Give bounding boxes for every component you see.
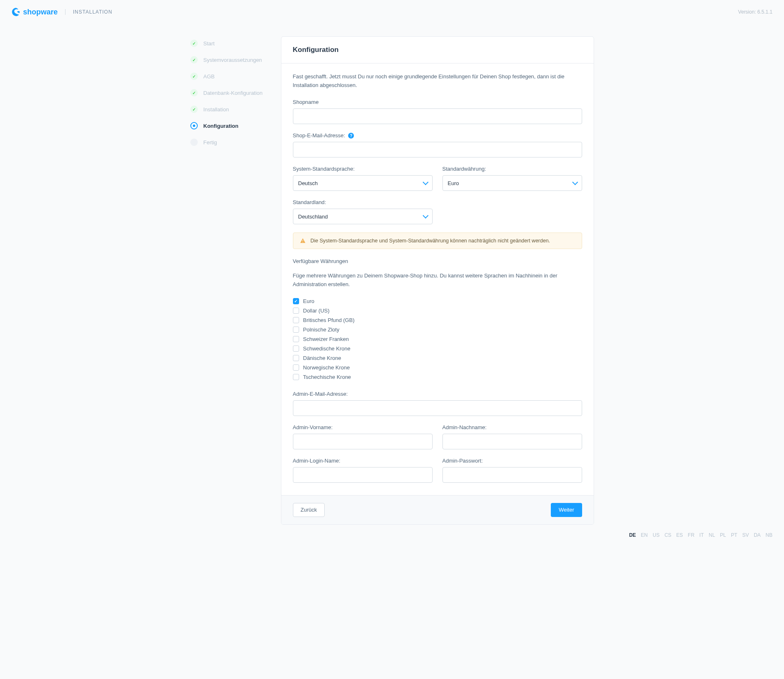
brand-text: shopware	[23, 8, 58, 16]
step-icon	[190, 73, 198, 80]
shopemail-label: Shop-E-Mail-Adresse: ?	[293, 132, 582, 139]
currency-item: Schweizer Franken	[293, 336, 582, 342]
currency-label: Dollar (US)	[303, 308, 330, 314]
next-button[interactable]: Weiter	[551, 503, 582, 517]
currency-item: Dänische Krone	[293, 355, 582, 361]
admin-last-label: Admin-Nachname:	[442, 424, 582, 430]
lang-nb[interactable]: NB	[765, 532, 772, 538]
step-label: Datenbank-Konfiguration	[204, 90, 263, 96]
syslang-label: System-Standardsprache:	[293, 166, 433, 172]
currency-label: Dänische Krone	[303, 355, 342, 361]
header-title: INSTALLATION	[65, 9, 112, 15]
admin-email-label: Admin-E-Mail-Adresse:	[293, 391, 582, 397]
currency-checkbox[interactable]	[293, 345, 299, 352]
lang-nl[interactable]: NL	[709, 532, 715, 538]
step-label: Installation	[204, 106, 229, 113]
step-icon	[190, 56, 198, 63]
step-label: AGB	[204, 73, 215, 80]
step-sidebar: StartSystemvoraussetzungenAGBDatenbank-K…	[190, 36, 264, 525]
currency-checkbox[interactable]	[293, 298, 299, 304]
admin-last-input[interactable]	[442, 434, 582, 449]
currency-label: Schwedische Krone	[303, 345, 351, 352]
country-select[interactable]: Deutschland	[293, 209, 433, 224]
back-button[interactable]: Zurück	[293, 503, 325, 517]
currency-item: Tschechische Krone	[293, 374, 582, 380]
currency-item: Schwedische Krone	[293, 345, 582, 352]
version-label: Version: 6.5.1.1	[738, 9, 772, 15]
lang-de[interactable]: DE	[629, 532, 636, 538]
currency-label: Schweizer Franken	[303, 336, 349, 342]
step-6: Fertig	[190, 139, 264, 146]
currency-checkbox[interactable]	[293, 308, 299, 314]
step-icon	[190, 139, 198, 146]
lang-da[interactable]: DA	[754, 532, 761, 538]
lang-pl[interactable]: PL	[720, 532, 726, 538]
lang-sv[interactable]: SV	[742, 532, 749, 538]
lang-es[interactable]: ES	[676, 532, 683, 538]
lang-us[interactable]: US	[653, 532, 660, 538]
lang-en[interactable]: EN	[641, 532, 648, 538]
lang-fr[interactable]: FR	[688, 532, 695, 538]
step-icon	[190, 40, 198, 47]
card-title: Konfiguration	[293, 46, 582, 54]
step-0: Start	[190, 40, 264, 47]
warning-alert: Die System-Standardsprache und System-St…	[293, 233, 582, 249]
lang-pt[interactable]: PT	[731, 532, 737, 538]
brand-logo: shopware	[12, 7, 58, 16]
syslang-select[interactable]: Deutsch	[293, 175, 433, 191]
currency-item: Britisches Pfund (GB)	[293, 317, 582, 323]
admin-pass-input[interactable]	[442, 467, 582, 483]
card-header: Konfiguration	[281, 37, 594, 63]
currency-checkbox[interactable]	[293, 327, 299, 333]
available-desc: Füge mehrere Währungen zu Deinem Shopwar…	[293, 272, 582, 289]
admin-first-input[interactable]	[293, 434, 433, 449]
step-icon	[190, 89, 198, 96]
lang-cs[interactable]: CS	[665, 532, 672, 538]
currency-item: Euro	[293, 298, 582, 304]
currency-checkbox[interactable]	[293, 317, 299, 323]
currency-item: Norwegische Krone	[293, 364, 582, 371]
app-header: shopware INSTALLATION Version: 6.5.1.1	[0, 0, 784, 24]
alert-text: Die System-Standardsprache und System-St…	[311, 238, 550, 244]
currency-select[interactable]: Euro	[442, 175, 582, 191]
step-icon	[190, 122, 198, 129]
step-label: Fertig	[204, 139, 217, 146]
currency-checkbox[interactable]	[293, 355, 299, 361]
country-label: Standardland:	[293, 199, 433, 205]
currency-label: Britisches Pfund (GB)	[303, 317, 355, 323]
step-2: AGB	[190, 73, 264, 80]
currency-item: Polnische Zloty	[293, 327, 582, 333]
currency-checkbox[interactable]	[293, 374, 299, 380]
currency-checkbox[interactable]	[293, 364, 299, 371]
admin-login-input[interactable]	[293, 467, 433, 483]
currency-label: Euro	[303, 298, 314, 304]
shopware-icon	[12, 7, 21, 16]
admin-first-label: Admin-Vorname:	[293, 424, 433, 430]
currency-label: Polnische Zloty	[303, 327, 339, 333]
shopname-label: Shopname	[293, 99, 582, 105]
step-icon	[190, 106, 198, 113]
currency-list: EuroDollar (US)Britisches Pfund (GB)Poln…	[293, 298, 582, 380]
shopemail-input[interactable]	[293, 142, 582, 157]
step-label: Systemvoraussetzungen	[204, 57, 262, 63]
step-4: Installation	[190, 106, 264, 113]
admin-login-label: Admin-Login-Name:	[293, 458, 433, 464]
admin-pass-label: Admin-Passwort:	[442, 458, 582, 464]
step-5: Konfiguration	[190, 122, 264, 129]
intro-text: Fast geschafft. Jetzt musst Du nur noch …	[293, 73, 582, 90]
currency-label: Standardwährung:	[442, 166, 582, 172]
config-card: Konfiguration Fast geschafft. Jetzt muss…	[281, 36, 594, 525]
lang-it[interactable]: IT	[700, 532, 704, 538]
step-label: Konfiguration	[204, 123, 239, 129]
help-icon[interactable]: ?	[348, 133, 354, 139]
shopname-input[interactable]	[293, 108, 582, 124]
step-1: Systemvoraussetzungen	[190, 56, 264, 63]
currency-label: Tschechische Krone	[303, 374, 351, 380]
currency-label: Norwegische Krone	[303, 364, 350, 371]
language-footer: DEENUSCSESFRITNLPLPTSVDANB	[0, 525, 784, 550]
currency-checkbox[interactable]	[293, 336, 299, 342]
available-title: Verfügbare Währungen	[293, 258, 582, 264]
admin-email-input[interactable]	[293, 400, 582, 416]
step-3: Datenbank-Konfiguration	[190, 89, 264, 96]
step-label: Start	[204, 40, 215, 47]
